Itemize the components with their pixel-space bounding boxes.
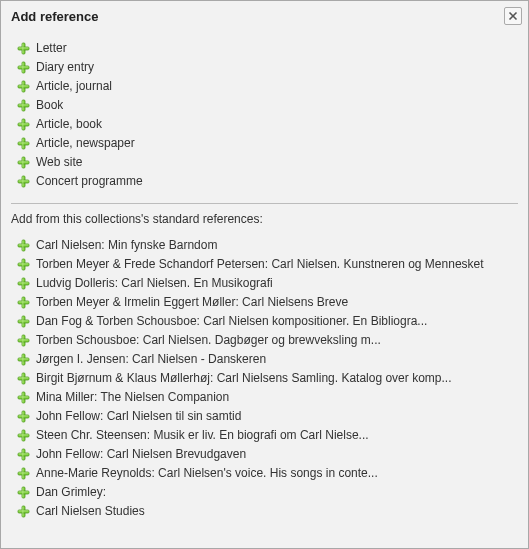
standard-reference-item[interactable]: Torben Meyer & Frede Schandorf Petersen:…: [17, 255, 518, 274]
standard-reference-item[interactable]: Torben Meyer & Irmelin Eggert Møller: Ca…: [17, 293, 518, 312]
reference-type-item[interactable]: Article, newspaper: [17, 134, 518, 153]
plus-icon: [17, 429, 30, 442]
standard-reference-list: Carl Nielsen: Min fynske BarndomTorben M…: [11, 236, 518, 521]
plus-icon: [17, 448, 30, 461]
standard-reference-item[interactable]: Steen Chr. Steensen: Musik er liv. En bi…: [17, 426, 518, 445]
standard-reference-item-label: John Fellow: Carl Nielsen til sin samtid: [36, 408, 241, 425]
standard-reference-item-label: Carl Nielsen: Min fynske Barndom: [36, 237, 217, 254]
standard-reference-item[interactable]: Dan Grimley:: [17, 483, 518, 502]
close-button[interactable]: [504, 7, 522, 25]
plus-icon: [17, 505, 30, 518]
standard-reference-item-label: Dan Fog & Torben Schousboe: Carl Nielsen…: [36, 313, 427, 330]
standard-reference-item[interactable]: John Fellow: Carl Nielsen Brevudgaven: [17, 445, 518, 464]
reference-type-item-label: Web site: [36, 154, 82, 171]
plus-icon: [17, 42, 30, 55]
reference-type-item[interactable]: Letter: [17, 39, 518, 58]
plus-icon: [17, 175, 30, 188]
add-reference-dialog: Add reference LetterDiary entryArticle, …: [0, 0, 529, 549]
plus-icon: [17, 486, 30, 499]
standard-reference-item-label: Torben Meyer & Irmelin Eggert Møller: Ca…: [36, 294, 348, 311]
standard-references-label: Add from this collections's standard ref…: [11, 212, 518, 226]
plus-icon: [17, 99, 30, 112]
dialog-body: LetterDiary entryArticle, journalBookArt…: [1, 31, 528, 531]
plus-icon: [17, 277, 30, 290]
plus-icon: [17, 391, 30, 404]
plus-icon: [17, 258, 30, 271]
reference-type-item[interactable]: Book: [17, 96, 518, 115]
standard-reference-item[interactable]: Carl Nielsen: Min fynske Barndom: [17, 236, 518, 255]
standard-reference-item[interactable]: Mina Miller: The Nielsen Companion: [17, 388, 518, 407]
reference-type-item-label: Concert programme: [36, 173, 143, 190]
reference-type-item-label: Book: [36, 97, 63, 114]
plus-icon: [17, 410, 30, 423]
plus-icon: [17, 239, 30, 252]
plus-icon: [17, 334, 30, 347]
plus-icon: [17, 80, 30, 93]
standard-reference-item[interactable]: Anne-Marie Reynolds: Carl Nielsen's voic…: [17, 464, 518, 483]
standard-reference-item-label: Carl Nielsen Studies: [36, 503, 145, 520]
plus-icon: [17, 156, 30, 169]
dialog-header: Add reference: [1, 1, 528, 31]
standard-reference-item-label: Birgit Bjørnum & Klaus Møllerhøj: Carl N…: [36, 370, 451, 387]
plus-icon: [17, 118, 30, 131]
section-divider: [11, 203, 518, 204]
standard-reference-item[interactable]: Carl Nielsen Studies: [17, 502, 518, 521]
reference-type-item-label: Letter: [36, 40, 67, 57]
reference-type-list: LetterDiary entryArticle, journalBookArt…: [11, 39, 518, 191]
close-icon: [508, 11, 518, 21]
plus-icon: [17, 61, 30, 74]
plus-icon: [17, 296, 30, 309]
plus-icon: [17, 315, 30, 328]
reference-type-item-label: Diary entry: [36, 59, 94, 76]
standard-reference-item[interactable]: Torben Schousboe: Carl Nielsen. Dagbøger…: [17, 331, 518, 350]
plus-icon: [17, 137, 30, 150]
standard-reference-item-label: John Fellow: Carl Nielsen Brevudgaven: [36, 446, 246, 463]
reference-type-item-label: Article, newspaper: [36, 135, 135, 152]
reference-type-item-label: Article, journal: [36, 78, 112, 95]
reference-type-item[interactable]: Article, journal: [17, 77, 518, 96]
reference-type-item[interactable]: Diary entry: [17, 58, 518, 77]
standard-reference-item[interactable]: Ludvig Dolleris: Carl Nielsen. En Musiko…: [17, 274, 518, 293]
plus-icon: [17, 467, 30, 480]
reference-type-item-label: Article, book: [36, 116, 102, 133]
plus-icon: [17, 372, 30, 385]
standard-reference-item[interactable]: Dan Fog & Torben Schousboe: Carl Nielsen…: [17, 312, 518, 331]
standard-reference-item-label: Mina Miller: The Nielsen Companion: [36, 389, 229, 406]
standard-reference-item-label: Ludvig Dolleris: Carl Nielsen. En Musiko…: [36, 275, 273, 292]
standard-reference-item-label: Torben Schousboe: Carl Nielsen. Dagbøger…: [36, 332, 381, 349]
dialog-title: Add reference: [11, 9, 98, 24]
standard-reference-item[interactable]: John Fellow: Carl Nielsen til sin samtid: [17, 407, 518, 426]
reference-type-item[interactable]: Concert programme: [17, 172, 518, 191]
standard-reference-item-label: Dan Grimley:: [36, 484, 106, 501]
plus-icon: [17, 353, 30, 366]
standard-reference-item[interactable]: Jørgen I. Jensen: Carl Nielsen - Dansker…: [17, 350, 518, 369]
standard-reference-item-label: Jørgen I. Jensen: Carl Nielsen - Dansker…: [36, 351, 266, 368]
standard-reference-item[interactable]: Birgit Bjørnum & Klaus Møllerhøj: Carl N…: [17, 369, 518, 388]
reference-type-item[interactable]: Article, book: [17, 115, 518, 134]
standard-reference-item-label: Steen Chr. Steensen: Musik er liv. En bi…: [36, 427, 369, 444]
standard-reference-item-label: Torben Meyer & Frede Schandorf Petersen:…: [36, 256, 484, 273]
reference-type-item[interactable]: Web site: [17, 153, 518, 172]
standard-reference-item-label: Anne-Marie Reynolds: Carl Nielsen's voic…: [36, 465, 378, 482]
